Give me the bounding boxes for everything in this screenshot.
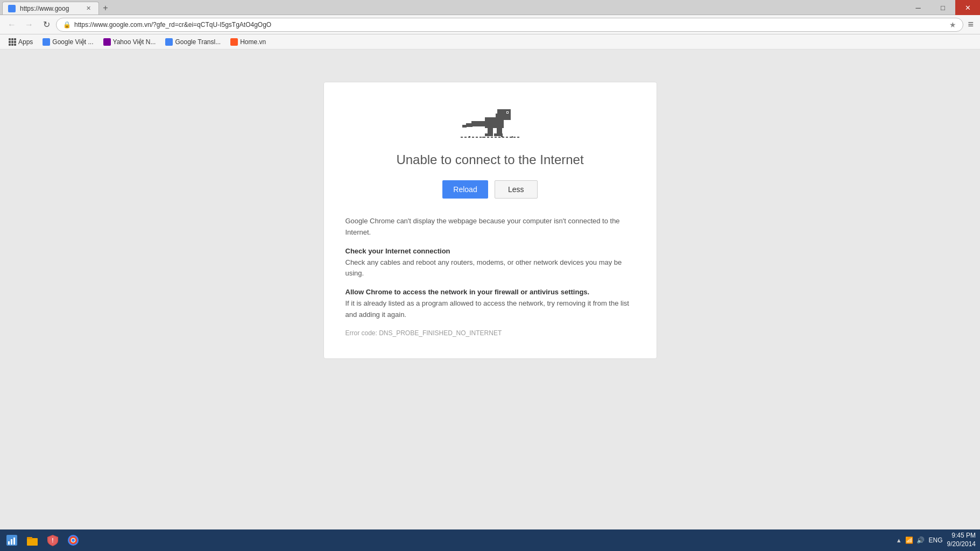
forward-button[interactable]: → — [22, 17, 37, 32]
svg-rect-24 — [27, 538, 38, 546]
bookmark-star-icon[interactable]: ★ — [949, 20, 956, 29]
url-text: https://www.google.com.vn/?gfe_rd=cr&ei=… — [74, 21, 946, 29]
bookmark-home-vn[interactable]: Home.vn — [226, 37, 270, 47]
close-button[interactable]: ✕ — [955, 0, 980, 15]
svg-rect-12 — [485, 133, 493, 136]
svg-rect-10 — [462, 125, 467, 128]
translate-label: Google Transl... — [175, 38, 221, 46]
volume-icon: 🔊 — [916, 536, 925, 544]
tab-close-button[interactable]: ✕ — [84, 5, 92, 12]
svg-rect-19 — [512, 136, 513, 138]
new-tab-button[interactable]: + — [99, 2, 112, 15]
svg-rect-17 — [482, 137, 483, 138]
taskbar-right: ▲ 📶 🔊 ENG 9:45 PM 9/20/2014 — [896, 532, 976, 548]
apps-label: Apps — [18, 38, 33, 46]
system-tray: ▲ 📶 🔊 — [896, 536, 925, 544]
navigation-bar: ← → ↻ 🔒 https://www.google.com.vn/?gfe_r… — [0, 15, 980, 34]
shield-svg: ! — [46, 534, 59, 547]
svg-rect-9 — [466, 123, 473, 127]
tray-arrow-icon[interactable]: ▲ — [896, 537, 902, 543]
taskbar-chrome-icon[interactable] — [64, 531, 83, 550]
dino-icon — [458, 104, 523, 142]
taskbar: ! ▲ 📶 🔊 ENG 9:45 PM 9/20/2014 — [0, 529, 980, 551]
taskbar-icons: ! — [2, 531, 83, 550]
section1-body: Check any cables and reboot any routers,… — [346, 257, 635, 280]
network-icon: 📶 — [905, 536, 913, 544]
svg-point-30 — [72, 539, 75, 542]
svg-rect-18 — [501, 136, 503, 137]
clock-date: 9/20/2014 — [947, 540, 976, 549]
bookmark-google-viet[interactable]: Google Việt ... — [38, 37, 97, 47]
google-viet-label: Google Việt ... — [52, 38, 93, 46]
tab-area: https://www.goog ✕ + — [0, 0, 112, 15]
main-content: Unable to connect to the Internet Reload… — [0, 50, 980, 529]
clock-time: 9:45 PM — [947, 532, 976, 540]
svg-rect-6 — [495, 120, 499, 123]
google-viet-favicon — [43, 38, 50, 46]
svg-rect-16 — [469, 136, 470, 138]
clock: 9:45 PM 9/20/2014 — [947, 532, 976, 548]
tab-favicon — [8, 5, 16, 12]
yahoo-label: Yahoo Việt N... — [113, 38, 156, 46]
folder-svg — [26, 534, 39, 547]
svg-rect-23 — [13, 538, 15, 545]
minimize-button[interactable]: ─ — [906, 0, 930, 15]
error-title: Unable to connect to the Internet — [346, 152, 635, 167]
svg-rect-8 — [471, 121, 487, 126]
taskbar-shield-icon[interactable]: ! — [43, 531, 62, 550]
address-bar[interactable]: 🔒 https://www.google.com.vn/?gfe_rd=cr&e… — [56, 18, 963, 32]
svg-rect-7 — [492, 122, 495, 123]
reload-button[interactable]: ↻ — [39, 17, 54, 32]
back-button[interactable]: ← — [4, 17, 19, 32]
taskbar-folder-icon[interactable] — [23, 531, 42, 550]
svg-rect-22 — [11, 539, 12, 545]
active-tab[interactable]: https://www.goog ✕ — [2, 2, 99, 15]
apps-grid-icon — [9, 38, 16, 46]
section1-heading: Check your Internet connection — [346, 247, 635, 255]
taskbar-taskmanager-icon[interactable] — [2, 531, 22, 550]
button-row: Reload Less — [346, 180, 635, 199]
less-button[interactable]: Less — [495, 180, 538, 199]
reload-page-button[interactable]: Reload — [442, 180, 488, 199]
menu-icon[interactable]: ≡ — [965, 17, 976, 32]
section2-heading: Allow Chrome to access the network in yo… — [346, 288, 635, 296]
error-code: Error code: DNS_PROBE_FINISHED_NO_INTERN… — [346, 329, 635, 337]
window-controls: ─ □ ✕ — [906, 0, 980, 15]
bookmark-apps[interactable]: Apps — [4, 37, 37, 47]
home-label: Home.vn — [240, 38, 266, 46]
maximize-button[interactable]: □ — [930, 0, 955, 15]
svg-rect-5 — [496, 114, 501, 120]
taskmanager-svg — [5, 534, 18, 547]
yahoo-favicon — [103, 38, 111, 46]
home-favicon — [230, 38, 238, 46]
svg-rect-14 — [494, 133, 503, 136]
svg-text:!: ! — [52, 538, 53, 543]
svg-rect-25 — [27, 537, 32, 539]
tab-title: https://www.goog — [20, 5, 80, 12]
translate-favicon — [165, 38, 173, 46]
bookmarks-bar: Apps Google Việt ... Yahoo Việt N... Goo… — [0, 34, 980, 50]
chrome-svg — [67, 534, 80, 547]
error-card: Unable to connect to the Internet Reload… — [323, 82, 657, 359]
dino-container — [346, 104, 635, 142]
language-indicator: ENG — [929, 536, 943, 544]
lock-icon: 🔒 — [63, 21, 71, 29]
bookmark-yahoo-viet[interactable]: Yahoo Việt N... — [99, 37, 160, 47]
svg-rect-21 — [8, 541, 10, 545]
title-bar: https://www.goog ✕ + ─ □ ✕ — [0, 0, 980, 15]
error-main-text: Google Chrome can't display the webpage … — [346, 216, 635, 238]
svg-rect-3 — [507, 112, 508, 113]
section2-body: If it is already listed as a program all… — [346, 298, 635, 321]
bookmark-google-translate[interactable]: Google Transl... — [161, 37, 225, 47]
